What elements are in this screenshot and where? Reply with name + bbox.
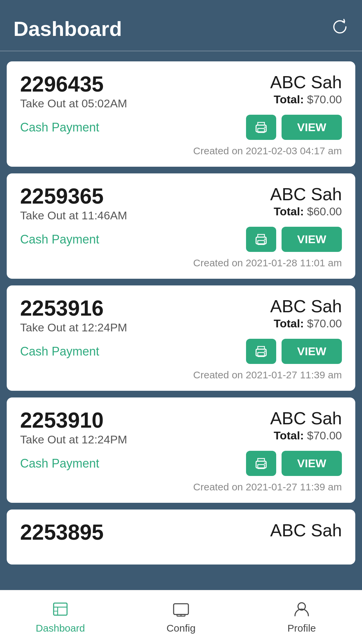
nav-profile[interactable]: Profile bbox=[268, 598, 335, 634]
order-card-4: 2253910 Take Out at 12:24PM ABC Sah Tota… bbox=[7, 397, 355, 503]
created-date-1: Created on 2021-02-03 04:17 am bbox=[20, 145, 342, 157]
svg-point-8 bbox=[264, 351, 265, 352]
nav-config-label: Config bbox=[167, 623, 196, 634]
print-button-2[interactable] bbox=[246, 227, 276, 252]
order-card-2: 2259365 Take Out at 11:46AM ABC Sah Tota… bbox=[7, 173, 355, 279]
customer-name-3: ABC Sah bbox=[270, 298, 342, 315]
nav-dashboard-label: Dashboard bbox=[36, 623, 85, 634]
nav-dashboard[interactable]: Dashboard bbox=[27, 598, 94, 634]
order-total-2: Total: $60.00 bbox=[270, 205, 342, 218]
header-divider bbox=[0, 51, 362, 51]
print-button-4[interactable] bbox=[246, 451, 276, 476]
print-button-1[interactable] bbox=[246, 115, 276, 140]
orders-list: 2296435 Take Out at 05:02AM ABC Sah Tota… bbox=[0, 58, 362, 590]
order-number-3: 2253916 bbox=[20, 298, 270, 319]
order-number-4: 2253910 bbox=[20, 410, 270, 431]
svg-point-2 bbox=[264, 126, 265, 128]
customer-name-4: ABC Sah bbox=[270, 410, 342, 427]
bottom-nav: Dashboard Config Profile bbox=[0, 590, 362, 644]
order-card-1: 2296435 Take Out at 05:02AM ABC Sah Tota… bbox=[7, 61, 355, 167]
order-total-3: Total: $70.00 bbox=[270, 317, 342, 330]
order-card-5: 2253895 ABC Sah bbox=[7, 509, 355, 565]
svg-point-11 bbox=[264, 463, 265, 464]
order-takeout-3: Take Out at 12:24PM bbox=[20, 321, 270, 334]
view-button-4[interactable]: VIEW bbox=[282, 451, 342, 476]
refresh-button[interactable] bbox=[331, 18, 349, 40]
config-icon bbox=[170, 598, 192, 620]
print-button-3[interactable] bbox=[246, 339, 276, 364]
page-title: Dashboard bbox=[13, 17, 122, 41]
profile-icon bbox=[291, 598, 312, 620]
order-number-2: 2259365 bbox=[20, 185, 270, 207]
view-button-3[interactable]: VIEW bbox=[282, 339, 342, 364]
payment-type-3: Cash Payment bbox=[20, 344, 99, 359]
header: Dashboard bbox=[0, 0, 362, 51]
payment-type-4: Cash Payment bbox=[20, 457, 99, 471]
customer-name-5: ABC Sah bbox=[270, 522, 342, 539]
svg-rect-16 bbox=[174, 604, 188, 614]
order-takeout-1: Take Out at 05:02AM bbox=[20, 97, 270, 110]
svg-rect-12 bbox=[54, 603, 67, 615]
nav-config[interactable]: Config bbox=[147, 598, 215, 634]
customer-name-2: ABC Sah bbox=[270, 185, 342, 203]
payment-type-1: Cash Payment bbox=[20, 120, 99, 135]
customer-name-1: ABC Sah bbox=[270, 73, 342, 91]
order-number-1: 2296435 bbox=[20, 73, 270, 95]
nav-profile-label: Profile bbox=[287, 623, 316, 634]
order-card-3: 2253916 Take Out at 12:24PM ABC Sah Tota… bbox=[7, 285, 355, 391]
svg-point-5 bbox=[264, 238, 265, 240]
created-date-4: Created on 2021-01-27 11:39 am bbox=[20, 481, 342, 493]
created-date-3: Created on 2021-01-27 11:39 am bbox=[20, 369, 342, 381]
order-takeout-4: Take Out at 12:24PM bbox=[20, 433, 270, 446]
created-date-2: Created on 2021-01-28 11:01 am bbox=[20, 257, 342, 269]
order-total-4: Total: $70.00 bbox=[270, 429, 342, 442]
dashboard-icon bbox=[50, 598, 71, 620]
order-number-5: 2253895 bbox=[20, 522, 270, 543]
order-takeout-2: Take Out at 11:46AM bbox=[20, 209, 270, 222]
view-button-1[interactable]: VIEW bbox=[282, 115, 342, 140]
order-total-1: Total: $70.00 bbox=[270, 93, 342, 106]
view-button-2[interactable]: VIEW bbox=[282, 227, 342, 252]
payment-type-2: Cash Payment bbox=[20, 232, 99, 247]
